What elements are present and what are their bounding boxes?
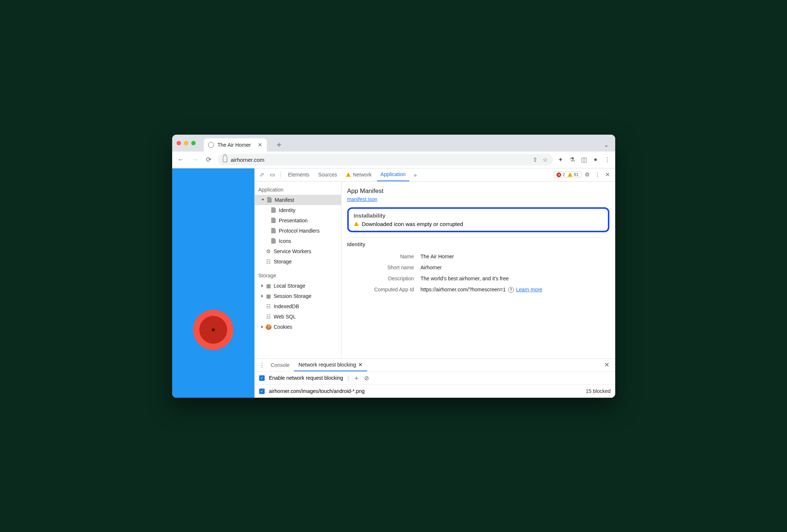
content-area: ⬀ ▭ Elements Sources Network Application… [172, 168, 615, 398]
help-icon[interactable]: ? [508, 287, 514, 293]
lock-icon [223, 157, 227, 162]
browser-tab[interactable]: The Air Horner ✕ [204, 138, 267, 152]
close-icon[interactable]: ✕ [358, 362, 363, 368]
bookmark-icon[interactable]: ☆ [543, 156, 548, 163]
sidebar-item-protocol-handlers[interactable]: Protocol Handlers [255, 226, 341, 236]
profile-icon[interactable]: ● [592, 156, 600, 163]
blocking-toolbar: ✓ Enable network request blocking | ＋ ⊘ [255, 371, 615, 385]
value-short-name: Airhorner [421, 265, 442, 270]
warning-icon [346, 172, 351, 177]
caret-right-icon [261, 295, 263, 298]
tab-list-button[interactable]: ⌄ [604, 141, 609, 148]
add-pattern-button[interactable]: ＋ [353, 374, 360, 382]
address-bar[interactable]: airhorner.com ⇪ ☆ [218, 154, 553, 165]
devtools-panel: ⬀ ▭ Elements Sources Network Application… [254, 168, 615, 398]
sidebar-item-identity[interactable]: Identity [255, 205, 341, 215]
close-window-button[interactable] [177, 141, 181, 145]
sidebar-section-storage: Storage [255, 270, 341, 281]
inspect-icon[interactable]: ⬀ [258, 171, 266, 178]
web-page [172, 168, 254, 398]
close-tab-icon[interactable]: ✕ [258, 142, 262, 148]
toolbar: ← → ⟳ airhorner.com ⇪ ☆ ✦ ⚗ ◫ ● ⋮ [172, 152, 615, 168]
drawer-tab-network-blocking[interactable]: Network request blocking✕ [294, 359, 367, 371]
sidebar-item-cookies[interactable]: 🍪Cookies [255, 322, 341, 332]
sidebar-item-storage[interactable]: ☷Storage [255, 256, 341, 267]
share-icon[interactable]: ⇪ [533, 156, 537, 163]
warning-icon [567, 172, 573, 177]
learn-more-link[interactable]: Learn more [516, 287, 543, 292]
settings-icon[interactable]: ⚙ [583, 171, 592, 178]
cookie-icon: 🍪 [266, 324, 271, 329]
gear-icon: ⚙ [266, 248, 271, 254]
sidebar-section-application: Application [255, 185, 341, 195]
file-icon [267, 197, 272, 203]
sidebar-item-presentation[interactable]: Presentation [255, 215, 341, 226]
tab-sources[interactable]: Sources [315, 168, 341, 181]
value-description: The world's best airhorner, and it's fre… [421, 276, 509, 281]
installability-callout: Installability Downloaded icon was empty… [347, 207, 609, 232]
database-icon: ☷ [266, 259, 271, 264]
maximize-window-button[interactable] [191, 141, 196, 145]
grid-icon: ▦ [266, 293, 271, 299]
url-text: airhorner.com [231, 157, 265, 163]
sidebar-item-session-storage[interactable]: ▦Session Storage [255, 291, 341, 301]
file-icon [271, 218, 276, 223]
installability-message: Downloaded icon was empty or corrupted [362, 221, 463, 227]
globe-icon [208, 142, 214, 148]
sidebar-item-websql[interactable]: ☷Web SQL [255, 311, 341, 322]
drawer-tab-console[interactable]: Console [266, 359, 294, 371]
caret-down-icon [261, 199, 264, 201]
caret-right-icon [261, 284, 263, 287]
labs-icon[interactable]: ⚗ [568, 156, 576, 164]
tab-strip: The Air Horner ✕ ＋ ⌄ [172, 135, 615, 152]
device-toggle-icon[interactable]: ▭ [268, 171, 277, 178]
identity-heading: Identity [347, 241, 609, 247]
issues-badge[interactable]: ✕2 81 [554, 171, 581, 178]
sidebar-item-icons[interactable]: Icons [255, 236, 341, 246]
file-icon [271, 207, 276, 213]
extensions-icon[interactable]: ✦ [556, 156, 565, 164]
value-name: The Air Horner [421, 254, 454, 259]
installability-heading: Installability [354, 212, 603, 219]
label-short-name: Short name [347, 265, 421, 270]
drawer-menu-icon[interactable]: ⋮ [258, 362, 266, 368]
blocking-pattern-row[interactable]: ✓ airhorner.com/images/touch/android-*.p… [255, 385, 615, 398]
value-app-id: https://airhorner.com/?homescreen=1 [421, 287, 506, 292]
close-devtools-icon[interactable]: ✕ [603, 171, 612, 178]
label-description: Description [347, 276, 421, 281]
forward-button[interactable]: → [190, 156, 200, 164]
grid-icon: ▦ [266, 283, 271, 288]
sidebar-item-indexeddb[interactable]: ☷IndexedDB [255, 301, 341, 311]
error-icon: ✕ [556, 172, 561, 177]
clear-patterns-button[interactable]: ⊘ [364, 375, 369, 382]
tab-application[interactable]: Application [377, 168, 410, 181]
back-button[interactable]: ← [176, 156, 186, 164]
sidebar-item-service-workers[interactable]: ⚙Service Workers [255, 246, 341, 256]
more-tabs-icon[interactable]: » [411, 172, 420, 178]
enable-blocking-label: Enable network request blocking [269, 375, 343, 381]
reload-button[interactable]: ⟳ [204, 156, 214, 164]
tab-network[interactable]: Network [342, 168, 375, 181]
menu-icon[interactable]: ⋮ [603, 156, 612, 164]
database-icon: ☷ [266, 303, 271, 309]
new-tab-button[interactable]: ＋ [275, 139, 283, 150]
manifest-file-link[interactable]: manifest.json [347, 196, 377, 202]
warning-icon [354, 222, 359, 226]
sidebar-item-local-storage[interactable]: ▦Local Storage [255, 281, 341, 291]
minimize-window-button[interactable] [184, 141, 188, 145]
file-icon [271, 228, 276, 233]
app-manifest-heading: App Manifest [347, 187, 609, 195]
airhorn-button[interactable] [193, 310, 233, 350]
tab-elements[interactable]: Elements [284, 168, 313, 181]
sidepanel-icon[interactable]: ◫ [580, 156, 588, 164]
pattern-text: airhorner.com/images/touch/android-*.png [269, 388, 365, 394]
file-icon [271, 238, 276, 244]
label-name: Name [347, 254, 421, 259]
database-icon: ☷ [266, 314, 271, 319]
close-drawer-icon[interactable]: ✕ [604, 361, 612, 369]
kebab-icon[interactable]: ⋮ [593, 171, 602, 178]
pattern-checkbox[interactable]: ✓ [259, 389, 265, 394]
sidebar-item-manifest[interactable]: Manifest [255, 195, 341, 205]
enable-blocking-checkbox[interactable]: ✓ [259, 375, 265, 381]
window-controls [177, 141, 196, 145]
